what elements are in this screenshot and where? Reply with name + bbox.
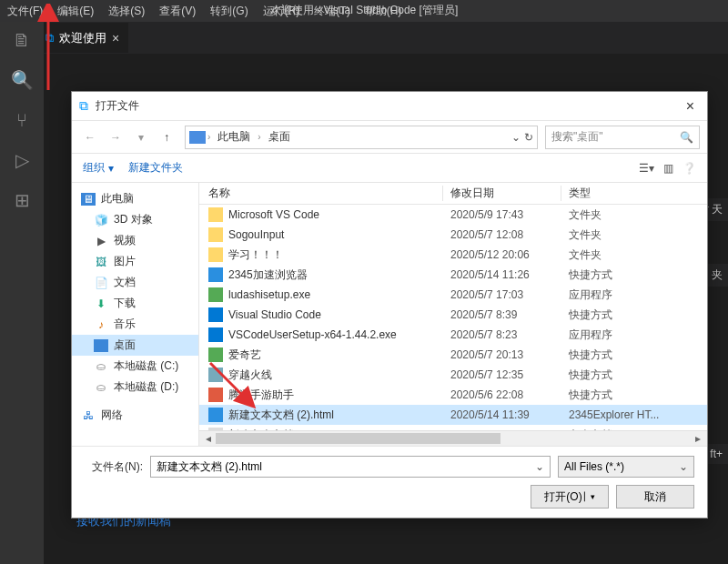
chevron-down-icon[interactable]: ⌄ (535, 460, 544, 473)
scroll-thumb[interactable] (216, 433, 500, 444)
file-row[interactable]: 穿越火线2020/5/7 12:35快捷方式 (199, 365, 707, 385)
file-row[interactable]: 新建文本文档 (2).html2020/5/14 11:392345Explor… (199, 405, 707, 425)
tree-item[interactable]: 桌面 (72, 335, 198, 356)
file-row[interactable]: 爱奇艺2020/5/7 20:13快捷方式 (199, 345, 707, 365)
file-type-filter[interactable]: All Files (*.*) ⌄ (558, 456, 694, 478)
dialog-title: 打开文件 (96, 98, 673, 114)
tree-item[interactable]: ⬇下载 (72, 293, 198, 314)
nav-recent[interactable]: ▾ (130, 126, 152, 148)
col-date[interactable]: 修改日期 (443, 186, 561, 201)
file-type: 快捷方式 (561, 388, 707, 403)
scroll-left-icon[interactable]: ◂ (201, 432, 216, 445)
file-row[interactable]: SogouInput2020/5/7 12:08文件夹 (199, 225, 707, 245)
file-name: 新建文本文档.txt (228, 428, 308, 431)
chevron-down-icon: ▾ (108, 162, 114, 175)
file-date: 2020/5/7 8:23 (443, 328, 561, 341)
debug-icon[interactable]: ▷ (11, 149, 33, 171)
scroll-track[interactable] (216, 433, 691, 444)
file-name: ludashisetup.exe (228, 288, 310, 301)
menu-file[interactable]: 文件(F) (0, 4, 50, 19)
file-row[interactable]: VSCodeUserSetup-x64-1.44.2.exe2020/5/7 8… (199, 325, 707, 345)
help-icon[interactable]: ❔ (682, 162, 696, 175)
file-row[interactable]: 新建文本文档.txt2020/5/13 9:41文本文档 (199, 425, 707, 430)
open-button[interactable]: 打开(O)▏▾ (531, 485, 609, 509)
refresh-icon[interactable]: ↻ (524, 131, 533, 144)
file-row[interactable]: ludashisetup.exe2020/5/7 17:03应用程序 (199, 285, 707, 305)
file-icon (208, 347, 223, 362)
extensions-icon[interactable]: ⊞ (11, 189, 33, 211)
tree-item[interactable]: 🖼图片 (72, 251, 198, 272)
file-name: Visual Studio Code (228, 308, 321, 321)
filename-input[interactable]: 新建文本文档 (2).html ⌄ (150, 456, 551, 478)
file-date: 2020/5/7 12:08 (443, 228, 561, 241)
address-bar[interactable]: › 此电脑 › 桌面 ⌄↻ (185, 126, 538, 149)
file-date: 2020/5/7 8:39 (443, 308, 561, 321)
file-row[interactable]: 腾讯手游助手2020/5/6 22:08快捷方式 (199, 385, 707, 405)
file-type: 快捷方式 (561, 347, 707, 363)
dialog-navbar: ← → ▾ ↑ › 此电脑 › 桌面 ⌄↻ 搜索"桌面" 🔍 (72, 121, 707, 154)
chevron-down-icon[interactable]: ⌄ (679, 460, 688, 473)
chevron-down-icon[interactable]: ⌄ (511, 131, 521, 144)
file-row[interactable]: 2345加速浏览器2020/5/14 11:26快捷方式 (199, 265, 707, 285)
file-row[interactable]: Visual Studio Code2020/5/7 8:39快捷方式 (199, 305, 707, 325)
scroll-right-icon[interactable]: ▸ (691, 432, 705, 445)
file-icon (208, 368, 223, 382)
source-control-icon[interactable]: ⑂ (11, 109, 33, 131)
tree-item[interactable]: 🧊3D 对象 (72, 209, 198, 230)
file-date: 2020/5/14 11:39 (443, 408, 561, 421)
col-type[interactable]: 类型 (561, 186, 707, 201)
tree-item[interactable]: 📄文档 (72, 272, 198, 293)
file-type: 快捷方式 (561, 368, 707, 383)
horizontal-scrollbar[interactable]: ◂ ▸ (199, 430, 707, 446)
file-name: 2345加速浏览器 (228, 267, 308, 283)
search-icon[interactable]: 🔍 (11, 69, 33, 91)
new-folder-button[interactable]: 新建文件夹 (128, 160, 183, 176)
tree-item-label: 3D 对象 (114, 212, 153, 227)
tree-item[interactable]: ♪音乐 (72, 314, 198, 335)
close-button[interactable]: × (681, 98, 700, 115)
file-date: 2020/5/7 17:03 (443, 288, 561, 301)
music-icon: ♪ (94, 318, 108, 331)
cancel-button[interactable]: 取消 (616, 485, 694, 509)
pic-icon: 🖼 (94, 256, 108, 268)
file-icon (208, 207, 223, 222)
file-icon (208, 428, 223, 430)
list-header: 名称 修改日期 类型 (199, 183, 707, 205)
file-row[interactable]: 学习！！！2020/5/12 20:06文件夹 (199, 245, 707, 265)
view-options-icon[interactable]: ☰▾ (639, 162, 654, 175)
file-name: SogouInput (228, 228, 284, 241)
split-chevron-icon[interactable]: ▏▾ (584, 492, 595, 501)
col-name[interactable]: 名称 (199, 186, 443, 201)
menu-edit[interactable]: 编辑(E) (50, 4, 101, 19)
menu-selection[interactable]: 选择(S) (101, 4, 152, 19)
path-segment[interactable]: 此电脑 (212, 129, 256, 145)
explorer-icon[interactable]: 🗎 (11, 29, 33, 51)
vscode-icon: ⧉ (79, 98, 88, 114)
close-icon[interactable]: × (112, 31, 119, 45)
tree-item[interactable]: 🖥此电脑 (72, 188, 198, 209)
3d-icon: 🧊 (94, 214, 108, 227)
tree-item-label: 桌面 (114, 337, 136, 353)
file-icon (208, 388, 223, 402)
nav-forward: → (105, 126, 126, 148)
menu-view[interactable]: 查看(V) (152, 4, 203, 19)
tree-item[interactable]: 🖧网络 (72, 405, 198, 426)
organize-button[interactable]: 组织▾ (83, 160, 114, 176)
disk-icon: ⛀ (94, 381, 108, 394)
tree-item[interactable]: ⛀本地磁盘 (D:) (72, 377, 198, 398)
preview-pane-icon[interactable]: ▥ (663, 162, 673, 175)
path-segment[interactable]: 桌面 (263, 129, 296, 145)
nav-up[interactable]: ↑ (156, 126, 177, 148)
file-date: 2020/5/13 9:41 (443, 428, 561, 430)
tree-item[interactable]: ▶视频 (72, 230, 198, 251)
doc-icon: 📄 (94, 277, 108, 289)
nav-back[interactable]: ← (79, 126, 101, 148)
search-icon: 🔍 (680, 131, 693, 144)
file-date: 2020/5/14 11:26 (443, 268, 561, 281)
menu-go[interactable]: 转到(G) (203, 4, 255, 19)
tree-item[interactable]: ⛀本地磁盘 (C:) (72, 356, 198, 377)
search-input[interactable]: 搜索"桌面" 🔍 (545, 126, 700, 149)
file-row[interactable]: Microsoft VS Code2020/5/9 17:43文件夹 (199, 205, 707, 225)
search-placeholder: 搜索"桌面" (551, 129, 680, 145)
tab-welcome[interactable]: ⧉ 欢迎使用 × (36, 23, 128, 53)
